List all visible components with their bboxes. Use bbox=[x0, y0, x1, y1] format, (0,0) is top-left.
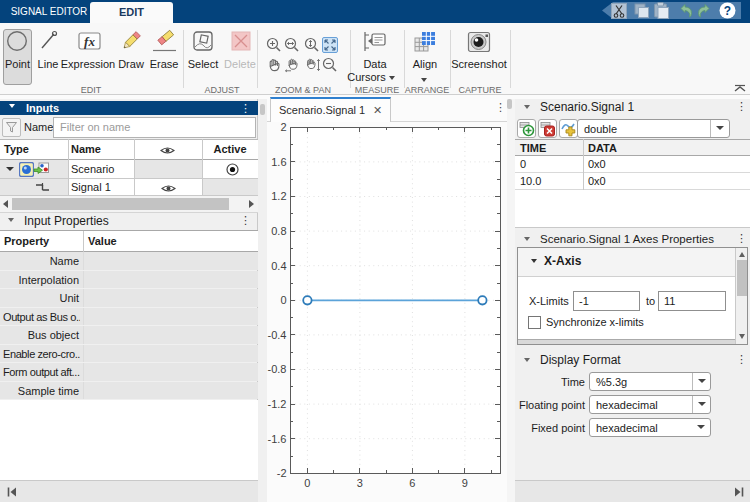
svg-text:fx: fx bbox=[84, 34, 95, 49]
svg-text:0: 0 bbox=[280, 294, 286, 306]
svg-text:?: ? bbox=[724, 4, 731, 18]
svg-text:1.6: 1.6 bbox=[271, 156, 286, 168]
svg-text:-2: -2 bbox=[277, 467, 287, 479]
svg-text:-1.2: -1.2 bbox=[268, 398, 287, 410]
svg-text:-0.8: -0.8 bbox=[268, 363, 287, 375]
svg-text:3: 3 bbox=[357, 477, 363, 489]
svg-text:0.4: 0.4 bbox=[271, 260, 286, 272]
svg-text:0: 0 bbox=[304, 477, 310, 489]
svg-text:2: 2 bbox=[280, 122, 286, 133]
svg-text:9: 9 bbox=[462, 477, 468, 489]
svg-text:0.8: 0.8 bbox=[271, 225, 286, 237]
svg-text:1.2: 1.2 bbox=[271, 190, 286, 202]
svg-text:-0.4: -0.4 bbox=[268, 329, 287, 341]
svg-text:6: 6 bbox=[409, 477, 415, 489]
svg-text:-1.6: -1.6 bbox=[268, 433, 287, 445]
